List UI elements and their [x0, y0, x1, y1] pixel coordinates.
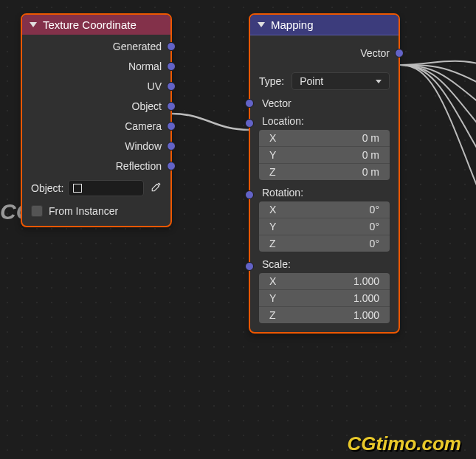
input-vector: Vector [250, 93, 399, 113]
output-window: Window [22, 136, 170, 156]
watermark-url: CGtimo.com [347, 432, 461, 455]
type-label: Type: [259, 75, 284, 87]
socket-location[interactable] [245, 119, 254, 128]
socket-vector-in[interactable] [245, 99, 254, 108]
from-instancer-checkbox[interactable] [31, 205, 43, 217]
eyedropper-icon[interactable] [148, 182, 162, 195]
output-camera: Camera [22, 116, 170, 136]
socket-camera[interactable] [167, 122, 176, 131]
output-object: Object [22, 96, 170, 116]
object-data-icon [73, 184, 82, 193]
output-generated: Generated [22, 36, 170, 56]
scale-y[interactable]: Y1.000 [259, 290, 390, 307]
object-field[interactable] [68, 180, 144, 196]
collapse-chevron-icon[interactable] [258, 22, 265, 27]
node-header[interactable]: Texture Coordinate [22, 15, 170, 35]
output-reflection: Reflection [22, 156, 170, 176]
location-group: X0 m Y0 m Z0 m [259, 130, 390, 180]
node-header[interactable]: Mapping [250, 15, 399, 35]
rotation-label: Rotation: [250, 184, 399, 200]
scale-label: Scale: [250, 256, 399, 272]
type-dropdown[interactable]: Point [292, 72, 390, 90]
socket-object[interactable] [167, 102, 176, 111]
scale-z[interactable]: Z1.000 [259, 307, 390, 323]
socket-rotation[interactable] [245, 190, 254, 199]
scale-x[interactable]: X1.000 [259, 273, 390, 290]
rotation-y[interactable]: Y0° [259, 218, 390, 235]
mapping-node[interactable]: Mapping Vector Type: Point Vector Locati… [249, 13, 400, 334]
texture-coordinate-node[interactable]: Texture Coordinate Generated Normal UV O… [21, 13, 172, 227]
output-uv: UV [22, 76, 170, 96]
rotation-x[interactable]: X0° [259, 201, 390, 218]
location-x[interactable]: X0 m [259, 130, 390, 147]
output-vector: Vector [250, 37, 399, 69]
socket-uv[interactable] [167, 82, 176, 91]
chevron-down-icon [376, 80, 382, 83]
socket-reflection[interactable] [167, 162, 176, 170]
socket-window[interactable] [167, 142, 176, 151]
socket-scale[interactable] [245, 262, 254, 271]
location-label: Location: [250, 113, 399, 128]
location-y[interactable]: Y0 m [259, 147, 390, 164]
node-title: Texture Coordinate [43, 18, 137, 31]
rotation-group: X0° Y0° Z0° [259, 201, 390, 252]
node-title: Mapping [271, 18, 314, 31]
location-z[interactable]: Z0 m [259, 164, 390, 180]
socket-normal[interactable] [167, 62, 176, 71]
socket-generated[interactable] [167, 42, 176, 51]
output-normal: Normal [22, 56, 170, 76]
from-instancer-label: From Instancer [49, 205, 118, 217]
scale-group: X1.000 Y1.000 Z1.000 [259, 273, 390, 323]
socket-vector-out[interactable] [395, 49, 404, 58]
rotation-z[interactable]: Z0° [259, 235, 390, 252]
object-label: Object: [31, 182, 63, 194]
type-value: Point [300, 75, 323, 87]
collapse-chevron-icon[interactable] [30, 22, 37, 27]
